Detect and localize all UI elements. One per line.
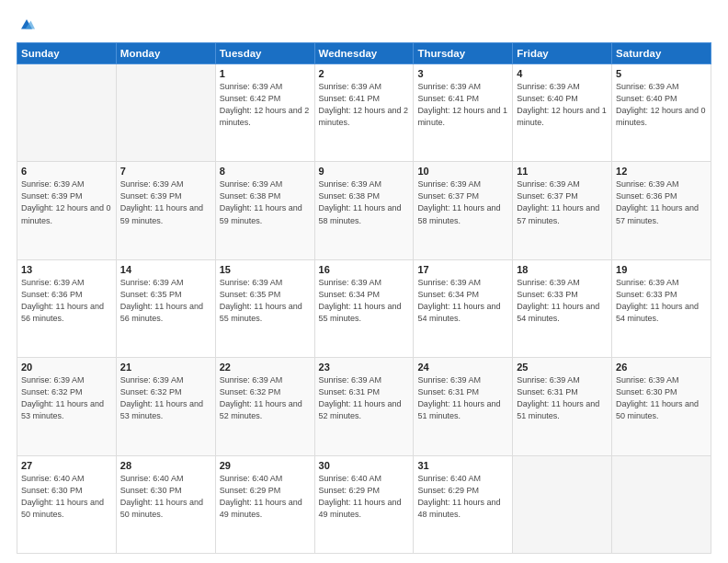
day-info: Sunrise: 6:40 AMSunset: 6:29 PMDaylight:… xyxy=(417,473,508,521)
calendar-cell: 20Sunrise: 6:39 AMSunset: 6:32 PMDayligh… xyxy=(17,358,117,455)
day-header-sunday: Sunday xyxy=(17,43,117,64)
day-number: 24 xyxy=(417,362,508,373)
day-info: Sunrise: 6:39 AMSunset: 6:36 PMDaylight:… xyxy=(21,277,112,325)
calendar-cell xyxy=(116,64,215,162)
calendar-cell xyxy=(513,455,612,553)
day-number: 29 xyxy=(220,460,311,471)
day-number: 8 xyxy=(220,166,311,177)
calendar-cell: 1Sunrise: 6:39 AMSunset: 6:42 PMDaylight… xyxy=(215,64,314,162)
day-info: Sunrise: 6:39 AMSunset: 6:37 PMDaylight:… xyxy=(417,178,508,226)
day-info: Sunrise: 6:40 AMSunset: 6:29 PMDaylight:… xyxy=(319,473,410,521)
day-info: Sunrise: 6:39 AMSunset: 6:34 PMDaylight:… xyxy=(417,277,508,325)
day-info: Sunrise: 6:39 AMSunset: 6:39 PMDaylight:… xyxy=(21,178,112,226)
logo-icon xyxy=(18,17,35,33)
calendar-week-row: 20Sunrise: 6:39 AMSunset: 6:32 PMDayligh… xyxy=(17,358,711,455)
calendar-cell: 6Sunrise: 6:39 AMSunset: 6:39 PMDaylight… xyxy=(17,162,117,259)
day-info: Sunrise: 6:39 AMSunset: 6:41 PMDaylight:… xyxy=(417,81,508,129)
day-header-tuesday: Tuesday xyxy=(215,43,314,64)
calendar-week-row: 27Sunrise: 6:40 AMSunset: 6:30 PMDayligh… xyxy=(17,455,711,553)
header xyxy=(17,17,711,33)
day-number: 1 xyxy=(220,68,311,79)
calendar-cell: 25Sunrise: 6:39 AMSunset: 6:31 PMDayligh… xyxy=(513,358,612,455)
calendar-cell: 11Sunrise: 6:39 AMSunset: 6:37 PMDayligh… xyxy=(513,162,612,259)
calendar-cell: 16Sunrise: 6:39 AMSunset: 6:34 PMDayligh… xyxy=(314,259,414,357)
calendar-cell: 14Sunrise: 6:39 AMSunset: 6:35 PMDayligh… xyxy=(116,259,215,357)
calendar-cell: 17Sunrise: 6:39 AMSunset: 6:34 PMDayligh… xyxy=(414,259,513,357)
day-number: 2 xyxy=(319,68,410,79)
day-number: 15 xyxy=(220,264,311,275)
day-info: Sunrise: 6:39 AMSunset: 6:33 PMDaylight:… xyxy=(616,277,707,325)
calendar-week-row: 13Sunrise: 6:39 AMSunset: 6:36 PMDayligh… xyxy=(17,259,711,357)
day-info: Sunrise: 6:39 AMSunset: 6:31 PMDaylight:… xyxy=(319,374,410,422)
calendar-cell: 7Sunrise: 6:39 AMSunset: 6:39 PMDaylight… xyxy=(116,162,215,259)
day-info: Sunrise: 6:39 AMSunset: 6:40 PMDaylight:… xyxy=(517,81,608,129)
day-number: 26 xyxy=(616,362,707,373)
calendar-header-row: SundayMondayTuesdayWednesdayThursdayFrid… xyxy=(17,43,711,64)
calendar-cell: 26Sunrise: 6:39 AMSunset: 6:30 PMDayligh… xyxy=(612,358,711,455)
day-number: 19 xyxy=(616,264,707,275)
day-number: 7 xyxy=(120,166,211,177)
day-number: 21 xyxy=(120,362,211,373)
calendar-cell: 24Sunrise: 6:39 AMSunset: 6:31 PMDayligh… xyxy=(414,358,513,455)
day-info: Sunrise: 6:39 AMSunset: 6:36 PMDaylight:… xyxy=(616,178,707,226)
day-info: Sunrise: 6:39 AMSunset: 6:37 PMDaylight:… xyxy=(517,178,608,226)
calendar-cell: 15Sunrise: 6:39 AMSunset: 6:35 PMDayligh… xyxy=(215,259,314,357)
calendar-cell: 5Sunrise: 6:39 AMSunset: 6:40 PMDaylight… xyxy=(612,64,711,162)
day-info: Sunrise: 6:39 AMSunset: 6:31 PMDaylight:… xyxy=(517,374,608,422)
logo xyxy=(17,17,35,33)
calendar-page: SundayMondayTuesdayWednesdayThursdayFrid… xyxy=(0,0,728,563)
calendar-week-row: 6Sunrise: 6:39 AMSunset: 6:39 PMDaylight… xyxy=(17,162,711,259)
calendar-cell: 8Sunrise: 6:39 AMSunset: 6:38 PMDaylight… xyxy=(215,162,314,259)
day-number: 20 xyxy=(21,362,112,373)
day-info: Sunrise: 6:40 AMSunset: 6:29 PMDaylight:… xyxy=(220,473,311,521)
day-number: 30 xyxy=(319,460,410,471)
calendar-cell: 4Sunrise: 6:39 AMSunset: 6:40 PMDaylight… xyxy=(513,64,612,162)
day-info: Sunrise: 6:39 AMSunset: 6:33 PMDaylight:… xyxy=(517,277,608,325)
day-info: Sunrise: 6:40 AMSunset: 6:30 PMDaylight:… xyxy=(120,473,211,521)
day-number: 25 xyxy=(517,362,608,373)
day-header-monday: Monday xyxy=(116,43,215,64)
calendar-cell xyxy=(17,64,117,162)
calendar-cell: 13Sunrise: 6:39 AMSunset: 6:36 PMDayligh… xyxy=(17,259,117,357)
calendar-cell: 3Sunrise: 6:39 AMSunset: 6:41 PMDaylight… xyxy=(414,64,513,162)
calendar-cell: 21Sunrise: 6:39 AMSunset: 6:32 PMDayligh… xyxy=(116,358,215,455)
day-info: Sunrise: 6:39 AMSunset: 6:40 PMDaylight:… xyxy=(616,81,707,129)
calendar-cell: 23Sunrise: 6:39 AMSunset: 6:31 PMDayligh… xyxy=(314,358,414,455)
day-number: 17 xyxy=(417,264,508,275)
calendar-cell: 9Sunrise: 6:39 AMSunset: 6:38 PMDaylight… xyxy=(314,162,414,259)
day-number: 14 xyxy=(120,264,211,275)
calendar-cell: 22Sunrise: 6:39 AMSunset: 6:32 PMDayligh… xyxy=(215,358,314,455)
day-number: 5 xyxy=(616,68,707,79)
day-number: 23 xyxy=(319,362,410,373)
day-number: 11 xyxy=(517,166,608,177)
calendar-cell: 18Sunrise: 6:39 AMSunset: 6:33 PMDayligh… xyxy=(513,259,612,357)
day-number: 10 xyxy=(417,166,508,177)
day-info: Sunrise: 6:39 AMSunset: 6:32 PMDaylight:… xyxy=(120,374,211,422)
day-info: Sunrise: 6:39 AMSunset: 6:35 PMDaylight:… xyxy=(120,277,211,325)
day-number: 27 xyxy=(21,460,112,471)
day-header-saturday: Saturday xyxy=(612,43,711,64)
calendar-cell: 29Sunrise: 6:40 AMSunset: 6:29 PMDayligh… xyxy=(215,455,314,553)
calendar-cell: 30Sunrise: 6:40 AMSunset: 6:29 PMDayligh… xyxy=(314,455,414,553)
day-info: Sunrise: 6:39 AMSunset: 6:35 PMDaylight:… xyxy=(220,277,311,325)
calendar-cell: 2Sunrise: 6:39 AMSunset: 6:41 PMDaylight… xyxy=(314,64,414,162)
calendar-week-row: 1Sunrise: 6:39 AMSunset: 6:42 PMDaylight… xyxy=(17,64,711,162)
calendar-cell: 27Sunrise: 6:40 AMSunset: 6:30 PMDayligh… xyxy=(17,455,117,553)
day-info: Sunrise: 6:39 AMSunset: 6:41 PMDaylight:… xyxy=(319,81,410,129)
calendar-cell xyxy=(612,455,711,553)
day-number: 6 xyxy=(21,166,112,177)
day-info: Sunrise: 6:39 AMSunset: 6:38 PMDaylight:… xyxy=(220,178,311,226)
day-header-thursday: Thursday xyxy=(414,43,513,64)
day-info: Sunrise: 6:39 AMSunset: 6:32 PMDaylight:… xyxy=(21,374,112,422)
calendar-cell: 28Sunrise: 6:40 AMSunset: 6:30 PMDayligh… xyxy=(116,455,215,553)
day-header-wednesday: Wednesday xyxy=(314,43,414,64)
day-number: 13 xyxy=(21,264,112,275)
day-header-friday: Friday xyxy=(513,43,612,64)
day-info: Sunrise: 6:39 AMSunset: 6:38 PMDaylight:… xyxy=(319,178,410,226)
day-info: Sunrise: 6:39 AMSunset: 6:34 PMDaylight:… xyxy=(319,277,410,325)
day-info: Sunrise: 6:39 AMSunset: 6:31 PMDaylight:… xyxy=(417,374,508,422)
day-info: Sunrise: 6:40 AMSunset: 6:30 PMDaylight:… xyxy=(21,473,112,521)
day-number: 31 xyxy=(417,460,508,471)
day-number: 9 xyxy=(319,166,410,177)
day-number: 28 xyxy=(120,460,211,471)
